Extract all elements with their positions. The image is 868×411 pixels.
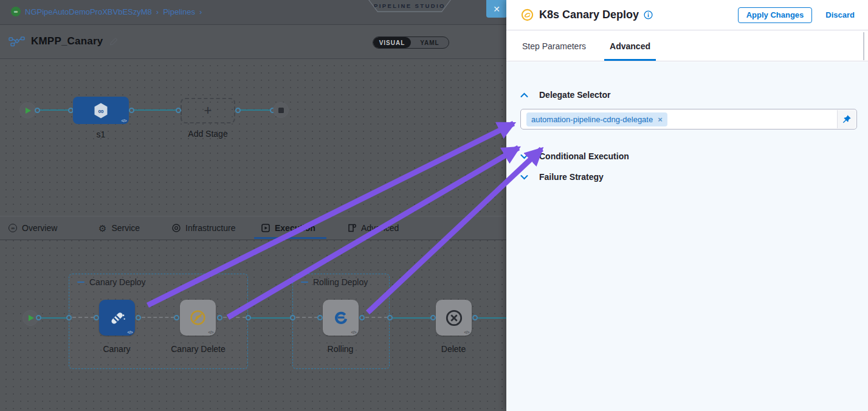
- pipeline-studio-badge-label: PIPELINE STUDIO: [370, 0, 450, 12]
- code-badge: </>: [127, 330, 133, 334]
- node-port: [35, 108, 40, 113]
- apply-changes-button[interactable]: Apply Changes: [738, 7, 813, 23]
- info-icon[interactable]: [644, 10, 653, 19]
- scrollbar-thumb[interactable]: [863, 32, 864, 60]
- connector-edge-dashed: [296, 317, 318, 318]
- tab-step-parameters[interactable]: Step Parameters: [521, 31, 587, 61]
- plus-icon: +: [204, 103, 212, 119]
- node-port: [129, 108, 134, 113]
- stage-label: s1: [97, 130, 106, 139]
- breadcrumb-project-link[interactable]: NGPipeAutoDemoProXBVbESzyM8: [25, 7, 152, 16]
- node-port: [94, 315, 99, 320]
- tab-execution[interactable]: Execution: [261, 216, 315, 240]
- step-config-panel: K8s Canary Deploy Apply Changes Discard …: [506, 0, 868, 411]
- chevron-down-icon[interactable]: [520, 174, 528, 180]
- pipeline-graph-icon: [9, 36, 25, 47]
- add-stage-label: Add Stage: [188, 129, 227, 139]
- node-port: [246, 315, 251, 320]
- play-icon: [26, 108, 31, 114]
- group-title: Canary Deploy: [89, 277, 146, 287]
- pin-input-button[interactable]: [837, 110, 856, 128]
- document-icon: [348, 224, 356, 232]
- k8s-canary-deploy-icon: [521, 9, 534, 21]
- chevron-down-icon[interactable]: [520, 154, 528, 159]
- connector-edge: [239, 109, 270, 111]
- svg-text:∞: ∞: [98, 106, 103, 115]
- toggle-yaml[interactable]: YAML: [411, 37, 449, 48]
- target-icon: [172, 224, 181, 232]
- section-failure-strategy[interactable]: Failure Strategy: [520, 172, 604, 182]
- collapse-group-icon[interactable]: [77, 281, 84, 283]
- step-label: Delete: [441, 344, 466, 354]
- node-port: [430, 315, 436, 320]
- section-delegate-selector[interactable]: Delegate Selector: [520, 90, 611, 100]
- chevron-up-icon[interactable]: [520, 92, 528, 98]
- node-port: [290, 315, 295, 320]
- canary-step-icon: [107, 308, 128, 328]
- code-badge: </>: [121, 119, 126, 123]
- step-label: Canary: [103, 344, 130, 354]
- remove-tag-icon[interactable]: ×: [658, 115, 663, 124]
- tab-label: Service: [111, 223, 140, 233]
- breadcrumb: ∞ NGPipeAutoDemoProXBVbESzyM8 › Pipeline…: [11, 7, 202, 16]
- tab-overview[interactable]: ∞ Overview: [9, 216, 57, 240]
- toggle-visual[interactable]: VISUAL: [373, 37, 411, 48]
- tab-label: Infrastructure: [185, 223, 235, 233]
- rolling-deploy-icon: [332, 309, 350, 327]
- node-port: [317, 315, 323, 320]
- connector-edge: [251, 317, 291, 319]
- node-port: [472, 315, 478, 320]
- connector-edge: [393, 317, 431, 319]
- step-node-canary-delete[interactable]: </>: [180, 300, 216, 336]
- tab-infrastructure[interactable]: Infrastructure: [172, 216, 235, 240]
- stage-node-s1[interactable]: ∞ </>: [73, 97, 129, 124]
- step-label: Rolling: [328, 344, 354, 354]
- step-node-delete[interactable]: </>: [436, 300, 472, 336]
- edit-pipeline-icon[interactable]: [109, 37, 118, 46]
- step-label: Canary Delete: [171, 344, 226, 354]
- pipeline-title: KMPP_Canary: [31, 35, 103, 47]
- failure-strategy-label: Failure Strategy: [539, 172, 604, 182]
- delegate-selector-input[interactable]: automation-pipeline-cdng-delegate ×: [520, 109, 857, 130]
- node-port: [359, 315, 365, 320]
- pipeline-studio-badge: PIPELINE STUDIO: [368, 0, 451, 12]
- step-node-rolling[interactable]: </>: [323, 300, 359, 336]
- step-node-canary[interactable]: </>: [99, 300, 135, 336]
- tab-service[interactable]: ⚙ Service: [98, 216, 140, 240]
- collapse-group-icon[interactable]: [301, 281, 308, 283]
- breadcrumb-pipelines-link[interactable]: Pipelines: [163, 7, 195, 16]
- add-stage-button[interactable]: +: [181, 98, 235, 123]
- connector-edge-dashed: [223, 317, 246, 318]
- harness-logo-icon: ∞: [11, 7, 21, 16]
- pushpin-icon: [842, 114, 852, 124]
- group-title: Rolling Deploy: [313, 277, 368, 287]
- close-drawer-button[interactable]: ✕: [486, 0, 507, 18]
- group-label-canary-deploy: Canary Deploy: [77, 277, 146, 287]
- advanced-tab-content: Delegate Selector automation-pipeline-cd…: [506, 62, 868, 411]
- connector-edge-dashed: [72, 317, 94, 318]
- gear-icon: ⚙: [98, 224, 106, 233]
- tab-advanced[interactable]: Advanced: [348, 216, 399, 240]
- discard-button[interactable]: Discard: [825, 10, 855, 19]
- pipeline-studio-app: ∞ NGPipeAutoDemoProXBVbESzyM8 › Pipeline…: [0, 0, 868, 411]
- canary-delete-icon: [188, 308, 207, 327]
- node-port: [136, 315, 141, 320]
- harness-circle-icon: ∞: [9, 224, 17, 232]
- breadcrumb-separator: ›: [199, 7, 202, 16]
- delegate-tag: automation-pipeline-cdng-delegate ×: [526, 112, 667, 126]
- step-config-tabbar: Step Parameters Advanced: [506, 31, 868, 61]
- connector-edge: [39, 109, 69, 111]
- play-square-icon: [261, 224, 270, 232]
- tab-advanced[interactable]: Advanced: [604, 31, 656, 61]
- stage-config-tabbar: ∞ Overview ⚙ Service Infrastructure Ex: [0, 216, 506, 240]
- cd-stage-icon: ∞: [91, 101, 111, 120]
- connector-edge-dashed: [365, 317, 388, 318]
- section-conditional-execution[interactable]: Conditional Execution: [520, 151, 629, 161]
- code-badge: </>: [208, 330, 213, 334]
- step-group-canary-deploy[interactable]: [69, 274, 248, 369]
- tab-label: Advanced: [361, 223, 399, 233]
- connector-edge: [134, 109, 176, 111]
- code-badge: </>: [464, 330, 469, 334]
- code-badge: </>: [351, 330, 356, 334]
- delegate-tag-text: automation-pipeline-cdng-delegate: [531, 115, 653, 124]
